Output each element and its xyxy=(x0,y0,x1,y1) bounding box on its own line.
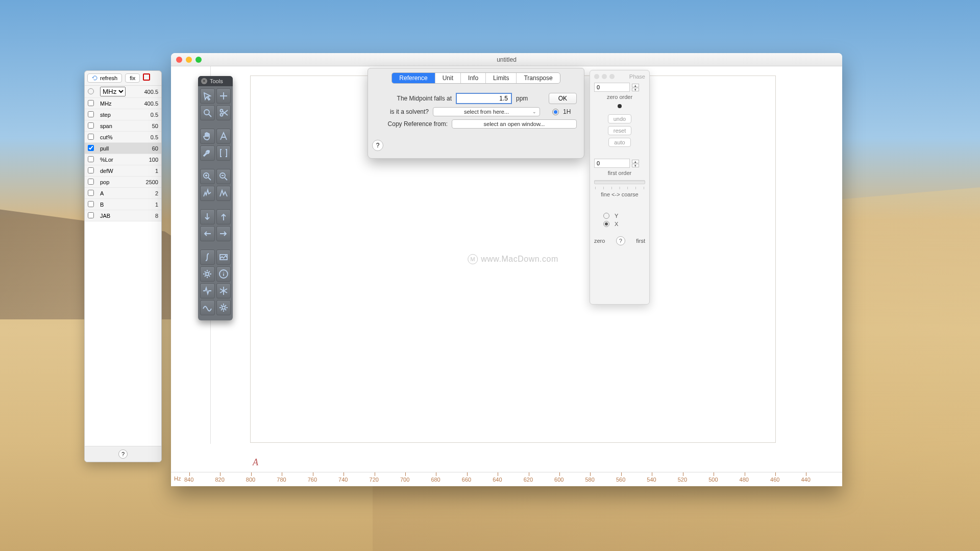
param-checkbox[interactable] xyxy=(88,100,94,106)
tool-arrow-right[interactable] xyxy=(216,226,231,241)
tab-reference[interactable]: Reference xyxy=(392,73,435,83)
param-row[interactable]: cut% 0.5 xyxy=(85,132,161,143)
tab-unit[interactable]: Unit xyxy=(435,73,461,83)
tab-info[interactable]: Info xyxy=(461,73,486,83)
param-row[interactable]: A 2 xyxy=(85,188,161,199)
tool-pulse[interactable] xyxy=(200,283,215,298)
refresh-button[interactable]: refresh xyxy=(87,73,122,83)
param-checkbox[interactable] xyxy=(88,156,94,162)
fix-button[interactable]: fix xyxy=(125,73,140,83)
midpoint-input[interactable] xyxy=(456,93,512,104)
watermark-text: www.MacDown.com xyxy=(481,255,558,264)
param-label: MHz xyxy=(97,98,136,109)
foot-first-label[interactable]: first xyxy=(636,238,645,244)
record-indicator-icon[interactable] xyxy=(143,73,150,81)
settings-help-button[interactable]: ? xyxy=(118,449,128,459)
tool-landscape[interactable] xyxy=(216,249,231,265)
param-row[interactable]: span 50 xyxy=(85,120,161,132)
tool-scissors[interactable] xyxy=(216,105,231,120)
window-title: untitled xyxy=(171,56,842,63)
tool-arrow-left[interactable] xyxy=(200,226,215,241)
ruler-tick-label: 600 xyxy=(554,477,564,483)
tool-arrow-nw[interactable] xyxy=(200,88,215,104)
tool-arrow-up[interactable] xyxy=(216,209,231,224)
phase-help-button[interactable]: ? xyxy=(616,236,625,245)
param-row-mhz-top[interactable]: MHz 400.5 xyxy=(85,86,161,98)
copy-ref-select[interactable]: select an open window... xyxy=(452,119,577,129)
param-row[interactable]: MHz 400.5 xyxy=(85,98,161,109)
zero-order-input[interactable] xyxy=(594,83,630,92)
ok-button[interactable]: OK xyxy=(549,93,577,104)
fine-coarse-slider[interactable] xyxy=(594,180,645,184)
tool-gear[interactable] xyxy=(216,300,231,315)
tool-brackets[interactable] xyxy=(216,145,231,161)
chevron-up-icon[interactable]: ▴ xyxy=(632,84,639,87)
titlebar[interactable]: untitled xyxy=(171,53,842,66)
param-row[interactable]: %Lor 100 xyxy=(85,154,161,165)
peaks-b-icon xyxy=(218,188,229,198)
ruler-tick-label: 500 xyxy=(708,477,718,483)
arrow-left-icon xyxy=(202,229,212,239)
param-checkbox[interactable] xyxy=(88,201,94,207)
tool-zoom-in[interactable] xyxy=(200,169,215,184)
tool-snow[interactable] xyxy=(216,283,231,298)
axis-y-radio[interactable] xyxy=(603,213,609,219)
tool-wrench[interactable] xyxy=(200,145,215,161)
dialog-help-button[interactable]: ? xyxy=(372,140,383,151)
chevron-up-icon[interactable]: ▴ xyxy=(632,160,639,163)
param-row[interactable]: pull 60 xyxy=(85,143,161,154)
tool-peaks-a[interactable] xyxy=(200,186,215,201)
param-checkbox[interactable] xyxy=(88,179,94,185)
param-checkbox[interactable] xyxy=(88,212,94,218)
param-row[interactable]: defW 1 xyxy=(85,165,161,177)
param-row[interactable]: B 1 xyxy=(85,199,161,210)
tab-transpose[interactable]: Transpose xyxy=(517,73,559,83)
chevron-down-icon[interactable]: ▾ xyxy=(632,88,639,91)
tool-peaks-b[interactable] xyxy=(216,186,231,201)
wrench-icon xyxy=(202,148,212,158)
tool-wave[interactable] xyxy=(200,300,215,315)
undo-button[interactable]: undo xyxy=(608,114,631,123)
zero-dial[interactable] xyxy=(594,104,645,108)
param-row[interactable]: pop 2500 xyxy=(85,177,161,188)
param-value: 2 xyxy=(136,188,161,199)
param-checkbox[interactable] xyxy=(88,190,94,196)
tool-hand[interactable] xyxy=(200,129,215,144)
refresh-label: refresh xyxy=(100,75,117,81)
phase-titlebar[interactable]: Phase xyxy=(594,73,645,80)
param-checkbox[interactable] xyxy=(88,167,94,173)
param-row[interactable]: step 0.5 xyxy=(85,109,161,120)
tool-gear-small[interactable] xyxy=(200,266,215,282)
tool-letter-a[interactable] xyxy=(216,129,231,144)
chevron-down-icon[interactable]: ▾ xyxy=(632,164,639,167)
tool-search[interactable] xyxy=(200,105,215,120)
foot-zero-label[interactable]: zero xyxy=(594,238,605,244)
tool-plus[interactable] xyxy=(216,88,231,104)
reset-button[interactable]: reset xyxy=(608,126,631,135)
param-checkbox[interactable] xyxy=(88,145,94,151)
tools-palette[interactable]: ✕ Tools xyxy=(198,76,233,320)
tools-titlebar[interactable]: ✕ Tools xyxy=(198,76,233,86)
axis-ruler[interactable]: Hz 8408208007807607407207006806606406206… xyxy=(171,472,842,486)
unit-select[interactable]: MHz xyxy=(100,87,126,96)
settings-panel: refresh fix MHz 400.5 MHz 400.5 step 0.5… xyxy=(84,70,162,462)
tab-limits[interactable]: Limits xyxy=(486,73,517,83)
solvent-select[interactable]: select from here... ⌄ xyxy=(433,107,540,116)
auto-button[interactable]: auto xyxy=(608,138,630,147)
radio-icon[interactable] xyxy=(88,88,94,94)
tool-zoom-out[interactable] xyxy=(216,169,231,184)
close-icon[interactable]: ✕ xyxy=(201,78,207,84)
param-label: B xyxy=(97,199,136,210)
zero-stepper[interactable]: ▴▾ xyxy=(632,84,639,91)
param-checkbox[interactable] xyxy=(88,111,94,117)
tool-integral[interactable] xyxy=(200,249,215,265)
first-order-input[interactable] xyxy=(594,159,630,168)
tool-info[interactable] xyxy=(216,266,231,282)
param-checkbox[interactable] xyxy=(88,134,94,140)
axis-x-radio[interactable] xyxy=(603,221,609,227)
nucleus-radio[interactable] xyxy=(552,109,559,115)
param-checkbox[interactable] xyxy=(88,122,94,129)
first-stepper[interactable]: ▴▾ xyxy=(632,160,639,167)
tool-arrow-down[interactable] xyxy=(200,209,215,224)
param-row[interactable]: JAB 8 xyxy=(85,210,161,221)
